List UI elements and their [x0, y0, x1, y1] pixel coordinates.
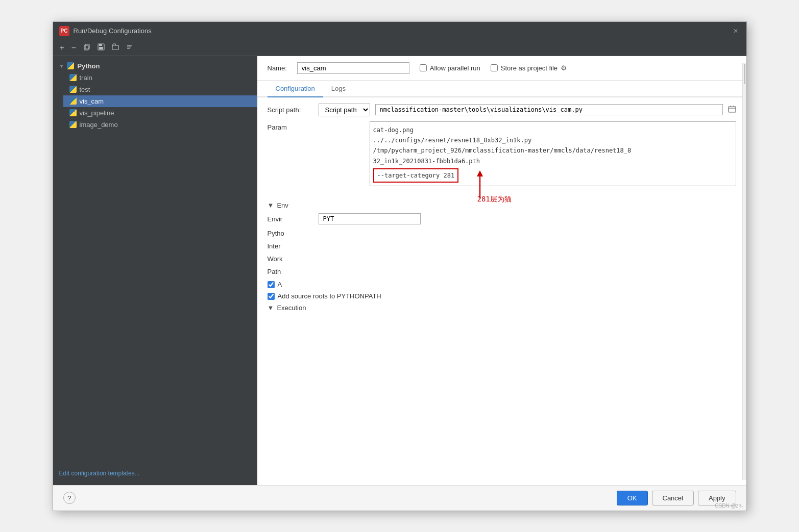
- chevron-icon: ▼: [59, 63, 64, 69]
- python-icon: [69, 86, 77, 93]
- title-bar: PC Run/Debug Configurations ×: [53, 22, 746, 40]
- sidebar-item-test[interactable]: test: [63, 84, 257, 95]
- save-button[interactable]: [95, 42, 107, 54]
- checkbox1[interactable]: [268, 281, 275, 288]
- inter-row: Inter: [268, 242, 736, 250]
- sidebar-item-image-demo[interactable]: image_demo: [63, 119, 257, 131]
- envir-label: Envir: [268, 215, 313, 223]
- python-label: Pytho: [268, 230, 313, 237]
- ok-button[interactable]: OK: [617, 491, 648, 505]
- tree-label: vis_cam: [80, 97, 104, 105]
- param-line-4: 32_in1k_20210831-fbbb1da6.pth: [373, 156, 733, 166]
- python-group-label: Python: [77, 62, 100, 70]
- allow-parallel-label: Allow parallel run: [430, 64, 480, 72]
- path-row: Path: [268, 268, 736, 275]
- python-row: Pytho: [268, 230, 736, 237]
- svg-rect-0: [84, 45, 88, 50]
- python-icon: [69, 109, 77, 116]
- path-label: Path: [268, 268, 313, 275]
- execution-label: Execution: [277, 304, 306, 312]
- svg-rect-8: [729, 107, 736, 112]
- script-path-label: Script path:: [268, 106, 313, 114]
- python-group[interactable]: ▼ Python: [53, 60, 257, 72]
- checkbox2[interactable]: [268, 293, 275, 300]
- script-path-dropdown[interactable]: Script path: [319, 104, 370, 116]
- python-icon: [69, 121, 77, 128]
- execution-section: ▼ Execution: [268, 304, 736, 312]
- python-icon: [67, 62, 74, 69]
- script-path-row: Script path: Script path: [268, 104, 736, 116]
- scrollbar-thumb[interactable]: [744, 64, 745, 84]
- params-label: Param: [268, 121, 313, 131]
- right-panel: Name: Allow parallel run Store as projec…: [257, 56, 746, 485]
- work-label: Work: [268, 255, 313, 263]
- python-icon: [69, 74, 77, 81]
- gear-icon[interactable]: ⚙: [561, 64, 567, 72]
- tab-logs[interactable]: Logs: [323, 81, 354, 97]
- env-toggle[interactable]: ▼: [268, 201, 274, 209]
- checkbox1-label: A: [278, 281, 282, 288]
- config-area: Script path: Script path Param cat-dog.p…: [257, 97, 746, 485]
- footer: ? OK Cancel Apply: [53, 485, 746, 511]
- inter-label: Inter: [268, 242, 313, 250]
- svg-marker-10: [477, 170, 483, 176]
- checkbox1-row: A: [268, 281, 736, 288]
- tree-label: image_demo: [80, 121, 118, 129]
- svg-rect-1: [85, 44, 89, 49]
- remove-button[interactable]: −: [69, 42, 79, 54]
- left-panel: ▼ Python train test vis_cam vis_pipeline: [53, 56, 257, 485]
- param-line-3: /tmp/pycharm_project_926/mmclassificatio…: [373, 145, 733, 156]
- sidebar-item-vis-cam[interactable]: vis_cam: [63, 95, 257, 107]
- sidebar-item-train[interactable]: train: [63, 72, 257, 84]
- tree-label: vis_pipeline: [80, 109, 114, 117]
- dialog-title: Run/Debug Configurations: [74, 27, 152, 35]
- toolbar: + −: [53, 40, 746, 56]
- add-button[interactable]: +: [57, 42, 67, 54]
- watermark: CSDN @zh-: [715, 503, 743, 509]
- name-input[interactable]: [297, 62, 409, 74]
- edit-templates-link[interactable]: Edit configuration templates...: [53, 466, 257, 481]
- tabs: Configuration Logs: [257, 81, 746, 97]
- highlighted-param: --target-category 281: [373, 168, 459, 183]
- params-section: Param cat-dog.png ../../configs/resnet/r…: [268, 121, 736, 192]
- tab-configuration[interactable]: Configuration: [268, 81, 323, 97]
- allow-parallel-checkbox[interactable]: [420, 64, 427, 71]
- sidebar-item-vis-pipeline[interactable]: vis_pipeline: [63, 107, 257, 119]
- app-icon: PC: [59, 26, 69, 36]
- params-box[interactable]: cat-dog.png ../../configs/resnet/resnet1…: [370, 121, 736, 187]
- store-project-checkbox[interactable]: [491, 64, 498, 71]
- script-path-input[interactable]: [375, 104, 723, 115]
- close-button[interactable]: ×: [731, 27, 740, 36]
- sort-button[interactable]: [124, 42, 136, 54]
- python-icon: [69, 97, 77, 105]
- env-label: Env: [277, 201, 288, 209]
- allow-parallel-group: Allow parallel run: [420, 64, 480, 72]
- scrollbar-track[interactable]: [742, 63, 746, 480]
- envir-input[interactable]: [319, 213, 421, 224]
- checkbox2-row: Add source roots to PYTHONPATH: [268, 292, 736, 300]
- work-row: Work: [268, 255, 736, 263]
- param-line-2: ../../configs/resnet/resnet18_8xb32_in1k…: [373, 135, 733, 145]
- help-button[interactable]: ?: [63, 492, 76, 504]
- tree-label: train: [80, 74, 92, 82]
- copy-button[interactable]: [81, 42, 93, 54]
- config-header: Name: Allow parallel run Store as projec…: [257, 56, 746, 81]
- name-label: Name:: [268, 64, 287, 72]
- folder-button[interactable]: [109, 42, 122, 54]
- svg-rect-3: [99, 44, 102, 46]
- store-project-label: Store as project file: [501, 64, 558, 72]
- tree-label: test: [80, 86, 90, 93]
- param-line-1: cat-dog.png: [373, 125, 733, 135]
- annotation-text: 281层为猫: [477, 193, 512, 206]
- envir-row: Envir: [268, 213, 736, 224]
- store-project-group: Store as project file ⚙: [491, 64, 567, 72]
- browse-icon[interactable]: [728, 105, 736, 115]
- checkbox2-label: Add source roots to PYTHONPATH: [278, 292, 381, 300]
- cancel-button[interactable]: Cancel: [652, 491, 694, 505]
- svg-rect-4: [99, 47, 103, 49]
- execution-toggle[interactable]: ▼: [268, 304, 274, 312]
